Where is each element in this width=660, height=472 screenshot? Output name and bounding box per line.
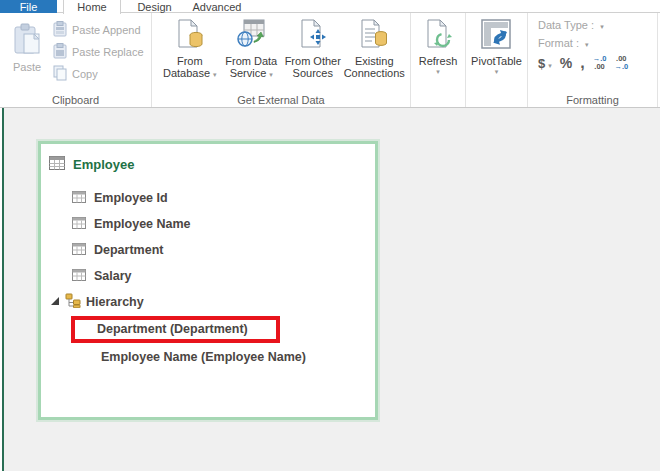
hierarchy-child-employee-name[interactable]: Employee Name (Employee Name) bbox=[101, 350, 375, 364]
existing-connections-icon bbox=[360, 19, 388, 51]
column-icon bbox=[72, 269, 86, 284]
expander-expanded-icon[interactable] bbox=[50, 295, 60, 309]
dropdown-caret-icon: ▾ bbox=[495, 68, 499, 75]
field-label: Employee Id bbox=[94, 191, 168, 205]
existing-connections-button[interactable]: Existing Connections bbox=[344, 15, 406, 92]
dropdown-caret-icon: ▾ bbox=[585, 41, 589, 48]
copy-icon bbox=[52, 65, 68, 83]
decrease-decimal-button[interactable]: .00 →.0 bbox=[614, 55, 628, 71]
copy-label: Copy bbox=[72, 68, 98, 80]
column-icon bbox=[72, 217, 86, 232]
clipboard-small-buttons: Paste Append Paste Replace bbox=[52, 15, 144, 92]
paste-replace-icon bbox=[52, 43, 68, 61]
table-title: Employee bbox=[73, 157, 134, 172]
diagram-view-canvas[interactable]: Employee Employee Id Employee Name Depar… bbox=[0, 108, 660, 471]
group-clipboard: Paste Paste Append bbox=[0, 13, 152, 107]
database-page-icon bbox=[176, 19, 204, 51]
employee-table-card[interactable]: Employee Employee Id Employee Name Depar… bbox=[38, 141, 378, 420]
hierarchy-icon bbox=[65, 293, 81, 311]
ribbon-tab-bar: File Home Design Advanced bbox=[0, 0, 660, 13]
highlight-annotation-box: Department (Department) bbox=[71, 316, 280, 343]
currency-icon: $ bbox=[538, 56, 545, 71]
refresh-button[interactable]: Refresh ▾ bbox=[419, 15, 458, 92]
from-database-button[interactable]: From Database▾ bbox=[159, 15, 221, 92]
table-title-row[interactable]: Employee bbox=[49, 156, 375, 173]
paste-append-icon bbox=[52, 21, 68, 39]
comma-format-button[interactable]: , bbox=[580, 58, 584, 68]
data-type-dropdown[interactable]: Data Type : ▾ bbox=[538, 19, 653, 31]
format-label: Format : bbox=[538, 37, 579, 49]
paste-button[interactable]: Paste bbox=[2, 15, 52, 92]
hierarchy-row[interactable]: Hierarchy bbox=[50, 289, 375, 315]
paste-button-label: Paste bbox=[13, 61, 41, 73]
field-row-salary[interactable]: Salary bbox=[72, 263, 375, 289]
from-other-sources-label-1: From Other bbox=[285, 55, 341, 67]
existing-connections-label-1: Existing bbox=[355, 55, 394, 67]
clipboard-group-label: Clipboard bbox=[0, 94, 151, 106]
from-database-label-2: Database▾ bbox=[163, 67, 217, 81]
hierarchy-child-department[interactable]: Department (Department) bbox=[97, 322, 248, 336]
from-database-label-1: From bbox=[177, 55, 203, 67]
formatting-buttons-row: $▾ % , →.0 .00 .00 →.0 bbox=[538, 55, 653, 71]
tab-design[interactable]: Design bbox=[127, 0, 182, 13]
paste-append-label: Paste Append bbox=[72, 24, 141, 36]
field-label: Department bbox=[94, 243, 163, 257]
field-label: Salary bbox=[94, 269, 132, 283]
group-pivottable: PivotTable ▾ bbox=[466, 13, 528, 107]
percent-format-button[interactable]: % bbox=[560, 55, 572, 71]
dropdown-caret-icon: ▾ bbox=[436, 68, 440, 75]
tab-advanced[interactable]: Advanced bbox=[185, 0, 249, 13]
currency-format-button[interactable]: $▾ bbox=[538, 56, 552, 71]
from-data-service-label-1: From Data bbox=[225, 55, 277, 67]
pivottable-label: PivotTable bbox=[471, 55, 522, 67]
field-label: Employee Name bbox=[94, 217, 191, 231]
increase-decimal-button[interactable]: →.0 .00 bbox=[593, 55, 607, 71]
paste-clipboard-icon bbox=[12, 23, 42, 57]
hierarchy-label: Hierarchy bbox=[86, 295, 144, 309]
dropdown-caret-icon: ▾ bbox=[213, 71, 217, 78]
field-row-employee-name[interactable]: Employee Name bbox=[72, 211, 375, 237]
data-type-label: Data Type : bbox=[538, 19, 594, 31]
dropdown-caret-icon: ▾ bbox=[548, 62, 552, 69]
ribbon: Paste Paste Append bbox=[0, 13, 660, 108]
from-other-sources-button[interactable]: From Other Sources bbox=[282, 15, 344, 92]
tab-file[interactable]: File bbox=[0, 0, 57, 13]
refresh-label: Refresh bbox=[419, 55, 458, 67]
column-icon bbox=[72, 191, 86, 206]
pivottable-button[interactable]: PivotTable ▾ bbox=[471, 15, 522, 92]
from-data-service-label-2: Service▾ bbox=[230, 67, 273, 81]
paste-replace-button[interactable]: Paste Replace bbox=[52, 43, 144, 61]
tab-home[interactable]: Home bbox=[63, 0, 121, 14]
pane-edge-line bbox=[2, 108, 4, 471]
paste-append-button[interactable]: Paste Append bbox=[52, 21, 144, 39]
data-service-icon bbox=[236, 19, 266, 51]
format-dropdown[interactable]: Format : ▾ bbox=[538, 37, 653, 49]
field-row-department[interactable]: Department bbox=[72, 237, 375, 263]
existing-connections-label-2: Connections bbox=[344, 67, 405, 79]
other-sources-icon bbox=[299, 19, 327, 51]
field-row-employee-id[interactable]: Employee Id bbox=[72, 185, 375, 211]
get-external-data-group-label: Get External Data bbox=[152, 94, 410, 106]
group-refresh: Refresh ▾ bbox=[411, 13, 466, 107]
paste-replace-label: Paste Replace bbox=[72, 46, 144, 58]
group-formatting: Data Type : ▾ Format : ▾ $▾ % , →.0 .00 … bbox=[528, 13, 658, 107]
dropdown-caret-icon: ▾ bbox=[600, 23, 604, 30]
copy-button[interactable]: Copy bbox=[52, 65, 144, 83]
table-icon bbox=[49, 156, 65, 173]
from-data-service-button[interactable]: From Data Service▾ bbox=[221, 15, 283, 92]
group-get-external-data: From Database▾ From Data Service▾ bbox=[152, 13, 411, 107]
formatting-group-label: Formatting bbox=[528, 94, 657, 106]
column-icon bbox=[72, 243, 86, 258]
pivottable-icon bbox=[480, 19, 512, 51]
from-other-sources-label-2: Sources bbox=[293, 67, 333, 79]
dropdown-caret-icon: ▾ bbox=[269, 71, 273, 78]
refresh-icon bbox=[424, 19, 452, 51]
